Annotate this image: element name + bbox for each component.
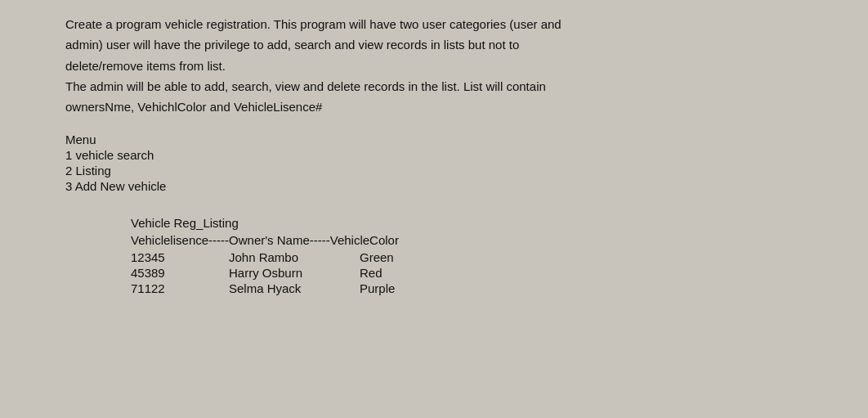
menu-title: Menu: [65, 133, 703, 146]
description-line4: The admin will be able to add, search, v…: [65, 77, 703, 96]
table-row-owner: John Rambo: [229, 250, 360, 264]
main-content: Create a program vehicle registration. T…: [65, 15, 703, 295]
description-line2: admin) user will have the privilege to a…: [65, 35, 703, 54]
description-block: Create a program vehicle registration. T…: [65, 15, 703, 116]
description-line1: Create a program vehicle registration. T…: [65, 15, 703, 34]
menu-item-3: 3 Add New vehicle: [65, 179, 703, 193]
table-row-color: Red: [360, 266, 441, 280]
table-row-license: 71122: [131, 281, 229, 295]
table-row-color: Green: [360, 250, 441, 264]
menu-item-2: 2 Listing: [65, 164, 703, 178]
description-line3: delete/remove items from list.: [65, 56, 703, 75]
table-row-license: 45389: [131, 266, 229, 280]
table-row-owner: Harry Osburn: [229, 266, 360, 280]
listing-section: Vehicle Reg_Listing Vehiclelisence-----O…: [65, 216, 703, 295]
description-line5: ownersNme, VehichlColor and VehicleLisen…: [65, 97, 703, 116]
listing-title: Vehicle Reg_Listing: [131, 216, 703, 230]
table-row-color: Purple: [360, 281, 441, 295]
menu-item-1: 1 vehicle search: [65, 148, 703, 162]
menu-section: Menu 1 vehicle search 2 Listing 3 Add Ne…: [65, 133, 703, 193]
table-row-owner: Selma Hyack: [229, 281, 360, 295]
table-row-license: 12345: [131, 250, 229, 264]
listing-header: Vehiclelisence-----Owner's Name-----Vehi…: [131, 233, 703, 247]
listing-table: 12345John RamboGreen45389Harry OsburnRed…: [131, 250, 703, 295]
